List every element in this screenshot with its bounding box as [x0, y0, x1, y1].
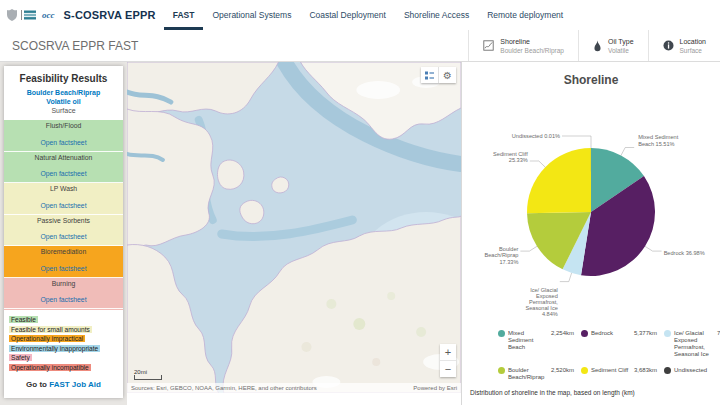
legend-label: Boulder Beach/Riprap [508, 367, 548, 381]
feasibility-panel: Feasibility Results Boulder Beach/Riprap… [4, 66, 123, 398]
open-factsheet-link[interactable]: Open factsheet [40, 139, 86, 146]
map-scale-bar: 20mi [134, 369, 162, 380]
legend-dot [581, 330, 588, 337]
map-region: ⚙ + − 20mi Sources: Esri, GEBCO, NOAA, G… [127, 62, 461, 405]
fast-job-aid: Go to FAST Job Aid [4, 380, 123, 389]
crest-logo-icon [7, 9, 17, 21]
header-info-groups: Shoreline Boulder Beach/Riprap Oil Type … [468, 30, 720, 61]
legend-feasible-for-small-amounts: Feasible for small amounts [9, 326, 118, 334]
treatment-row-passive-sorbents: Passive SorbentsOpen factsheet [4, 215, 123, 247]
legend-dot [498, 367, 505, 374]
context-shoreline: Boulder Beach/Riprap [4, 88, 123, 97]
open-factsheet-link[interactable]: Open factsheet [40, 233, 86, 240]
shoreline-icon [483, 40, 494, 51]
legend-value: 2,254km [551, 330, 574, 337]
header-bar: SCOSRVA EPPR FAST Shoreline Boulder Beac… [0, 30, 720, 62]
pie-callout-boulder-beach-riprap: BoulderBeach/Riprap17.33% [484, 246, 518, 264]
legend-value: 3,683km [634, 367, 657, 374]
powered-by-esri-link[interactable]: Powered by Esri [413, 385, 457, 391]
pie-legend-item-sediment-cliff: Sediment Cliff3,683km [581, 367, 657, 381]
attribution-sources: Sources: Esri, GEBCO, NOAA, Garmin, HERE… [131, 385, 317, 391]
scale-bar-line [134, 375, 162, 380]
app-title: S-COSRVA EPPR [64, 9, 156, 21]
legend-dot [581, 367, 588, 374]
pie-callout-undissected: Undissected 0.01% [512, 133, 560, 139]
open-factsheet-link[interactable]: Open factsheet [40, 296, 86, 303]
shoreline-panel: Shoreline Mixed SedimentBeach 15.51%Bedr… [461, 62, 720, 405]
info-group-oil-type: Oil Type Volatile [578, 30, 648, 61]
info-label: Shoreline [500, 37, 564, 46]
treatment-name: Bioremediation [4, 248, 123, 257]
tab-shoreline-access[interactable]: Shoreline Access [395, 0, 478, 30]
pie-legend-item-undissected: Undissected2km [664, 367, 720, 381]
pie-legend-item-mixed-sediment-beach: Mixed Sediment Beach2,254km [498, 330, 574, 358]
treatment-row-flush-flood: Flush/FloodOpen factsheet [4, 120, 123, 152]
tab-remote-deployment[interactable]: Remote deployment [478, 0, 572, 30]
legend-value: 2,520km [551, 367, 574, 374]
legend-environmentally-inappropriate: Environmentally inappropriate [9, 345, 118, 353]
callout-leader [520, 246, 537, 251]
info-value: Volatile [608, 46, 634, 55]
main-area: Feasibility Results Boulder Beach/Riprap… [0, 62, 720, 405]
chart-caption: Distribution of shoreline in the map, ba… [470, 389, 635, 396]
treatment-row-bioremediation: BioremediationOpen factsheet [4, 246, 123, 278]
map-zoom-controls: + − [440, 344, 456, 377]
legend-operationally-impractical: Operationally impractical [9, 335, 118, 343]
legend-label: Undissected [674, 367, 714, 374]
treatment-name: Burning [4, 280, 123, 289]
oil-drop-icon [593, 40, 602, 52]
pie-callout-bedrock: Bedrock 36.98% [664, 250, 705, 256]
map-attribution: Sources: Esri, GEBCO, NOAA, Garmin, HERE… [127, 383, 461, 393]
tab-fast[interactable]: FAST [164, 0, 204, 30]
pie-legend-item-ice-glacial-exposed-permafrost-seasonal-ice: Ice/ Glacial Exposed Permafrost, Seasona… [664, 330, 720, 358]
zoom-in-button[interactable]: + [440, 344, 456, 361]
pie-legend-item-bedrock: Bedrock5,377km [581, 330, 657, 358]
legend-value: 5,377km [634, 330, 657, 337]
legend-dot [664, 367, 671, 374]
flag-logo-icon [21, 10, 38, 20]
scale-label: 20mi [134, 369, 147, 375]
legend-label: Bedrock [591, 330, 631, 337]
open-factsheet-link[interactable]: Open factsheet [40, 170, 86, 177]
pie-slice-sediment-cliff[interactable] [527, 148, 591, 213]
layer-legend-button[interactable] [421, 67, 438, 83]
map-toolbar: ⚙ [421, 67, 456, 83]
fast-job-aid-link[interactable]: FAST Job Aid [49, 380, 101, 389]
map-settings-button[interactable]: ⚙ [438, 67, 456, 83]
top-navbar: occ S-COSRVA EPPR FASTOperational System… [0, 0, 720, 30]
info-value: Surface [680, 46, 706, 55]
legend-list-icon [425, 71, 434, 80]
pie-legend: Mixed Sediment Beach2,254kmBedrock5,377k… [498, 330, 716, 381]
zoom-out-button[interactable]: − [440, 361, 456, 377]
legend-dot [664, 330, 671, 337]
pie-callout-sediment-cliff: Sediment Cliff25.33% [493, 151, 528, 163]
treatment-row-lp-wash: LP WashOpen factsheet [4, 183, 123, 215]
context-location: Surface [4, 106, 123, 115]
context-oil: Volatile oil [4, 97, 123, 106]
callout-leader [560, 273, 572, 282]
pie-legend-item-boulder-beach-riprap: Boulder Beach/Riprap2,520km [498, 367, 574, 381]
treatment-name: Natural Attenuation [4, 154, 123, 163]
callout-leader [621, 148, 634, 156]
legend-label: Mixed Sediment Beach [508, 330, 548, 351]
info-icon [663, 40, 674, 51]
treatment-row-burning: BurningOpen factsheet [4, 278, 123, 310]
tab-coastal-deployment[interactable]: Coastal Deployment [300, 0, 395, 30]
feasibility-context: Boulder Beach/Riprap Volatile oil Surfac… [4, 88, 123, 115]
open-factsheet-link[interactable]: Open factsheet [40, 202, 86, 209]
tab-operational-systems[interactable]: Operational Systems [203, 0, 300, 30]
treatment-name: Flush/Flood [4, 122, 123, 131]
legend-safety: Safety [9, 354, 118, 362]
legend-operationally-incompatible: Operationally incompatible [9, 364, 118, 372]
map-canvas[interactable]: ⚙ + − 20mi Sources: Esri, GEBCO, NOAA, G… [127, 62, 461, 393]
sidebar-column: Feasibility Results Boulder Beach/Riprap… [0, 62, 127, 405]
info-label: Location [680, 37, 706, 46]
treatment-name: Passive Sorbents [4, 217, 123, 226]
callout-leader [645, 246, 662, 251]
treatment-list[interactable]: Flush/FloodOpen factsheetNatural Attenua… [4, 120, 123, 310]
pie-callout-mixed-sediment-beach: Mixed SedimentBeach 15.51% [638, 134, 679, 146]
callout-leader [530, 161, 546, 167]
callout-leader [562, 136, 591, 148]
open-factsheet-link[interactable]: Open factsheet [40, 265, 86, 272]
treatment-name: LP Wash [4, 185, 123, 194]
